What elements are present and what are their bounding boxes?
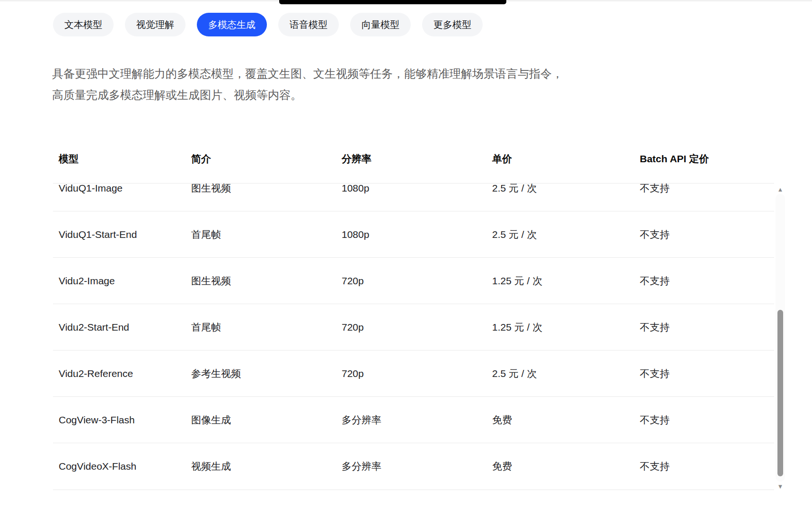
cell-model: CogView-3-Flash xyxy=(59,414,191,426)
cell-resolution: 多分辨率 xyxy=(342,460,492,473)
cell-price: 2.5 元 / 次 xyxy=(492,367,640,380)
pricing-table: 模型简介分辨率单价Batch API 定价 ViduQ1-Image图生视频10… xyxy=(53,134,774,490)
cell-batch: 不支持 xyxy=(640,184,774,195)
table-body: ViduQ1-Image图生视频1080p2.5 元 / 次不支持ViduQ1-… xyxy=(53,184,774,490)
cell-summary: 参考生视频 xyxy=(191,367,342,380)
cell-summary: 首尾帧 xyxy=(191,228,342,241)
scrollbar-thumb[interactable] xyxy=(777,310,783,476)
table-header-row: 模型简介分辨率单价Batch API 定价 xyxy=(53,134,774,184)
tab-vision-understanding[interactable]: 视觉理解 xyxy=(125,13,185,36)
scroll-up-arrow-icon[interactable]: ▲ xyxy=(775,186,786,193)
cell-batch: 不支持 xyxy=(640,321,774,334)
cell-price: 1.25 元 / 次 xyxy=(492,321,640,334)
model-category-tabs: 文本模型视觉理解多模态生成语音模型向量模型更多模型 xyxy=(53,13,483,36)
category-description: 具备更强中文理解能力的多模态模型，覆盖文生图、文生视频等任务，能够精准理解场景语… xyxy=(52,63,563,105)
cell-summary: 图生视频 xyxy=(191,274,342,288)
cell-model: Vidu2-Reference xyxy=(59,368,191,379)
cell-model: CogVideoX-Flash xyxy=(59,461,191,472)
tab-text-models[interactable]: 文本模型 xyxy=(53,13,114,36)
column-header: 分辨率 xyxy=(342,152,492,183)
cell-model: ViduQ1-Start-End xyxy=(59,229,191,240)
top-black-bar xyxy=(279,0,506,4)
cell-price: 免费 xyxy=(492,413,640,427)
column-header: Batch API 定价 xyxy=(640,152,774,183)
table-row: Vidu2-Reference参考生视频720p2.5 元 / 次不支持 xyxy=(53,350,774,397)
cell-batch: 不支持 xyxy=(640,367,774,380)
tab-speech-models[interactable]: 语音模型 xyxy=(278,13,339,36)
scrollbar[interactable]: ▲ ▼ xyxy=(775,185,786,490)
cell-resolution: 多分辨率 xyxy=(342,413,492,427)
column-header: 单价 xyxy=(492,152,640,183)
cell-summary: 首尾帧 xyxy=(191,321,342,334)
cell-resolution: 720p xyxy=(342,368,492,379)
cell-summary: 图生视频 xyxy=(191,184,342,195)
cell-price: 2.5 元 / 次 xyxy=(492,228,640,241)
column-header: 简介 xyxy=(191,152,342,183)
table-row: CogView-3-Flash图像生成多分辨率免费不支持 xyxy=(53,397,774,443)
column-header: 模型 xyxy=(59,152,191,183)
scroll-down-arrow-icon[interactable]: ▼ xyxy=(775,483,786,490)
cell-model: Vidu2-Start-End xyxy=(59,322,191,333)
description-line-1: 具备更强中文理解能力的多模态模型，覆盖文生图、文生视频等任务，能够精准理解场景语… xyxy=(52,63,563,84)
table-row: Vidu2-Start-End首尾帧720p1.25 元 / 次不支持 xyxy=(53,304,774,350)
cell-model: Vidu2-Image xyxy=(59,275,191,287)
cell-batch: 不支持 xyxy=(640,228,774,241)
tab-more-models[interactable]: 更多模型 xyxy=(422,13,483,36)
cell-batch: 不支持 xyxy=(640,274,774,288)
cell-price: 1.25 元 / 次 xyxy=(492,274,640,288)
cell-price: 免费 xyxy=(492,460,640,473)
cell-batch: 不支持 xyxy=(640,460,774,473)
cell-resolution: 720p xyxy=(342,275,492,287)
cell-batch: 不支持 xyxy=(640,413,774,427)
description-line-2: 高质量完成多模态理解或生成图片、视频等内容。 xyxy=(52,84,563,105)
pricing-page: 文本模型视觉理解多模态生成语音模型向量模型更多模型 具备更强中文理解能力的多模态… xyxy=(0,0,812,508)
tab-embedding-models[interactable]: 向量模型 xyxy=(350,13,411,36)
cell-resolution: 1080p xyxy=(342,229,492,240)
table-body-viewport: ViduQ1-Image图生视频1080p2.5 元 / 次不支持ViduQ1-… xyxy=(53,184,774,490)
table-row: Vidu2-Image图生视频720p1.25 元 / 次不支持 xyxy=(53,258,774,304)
cell-summary: 图像生成 xyxy=(191,413,342,427)
cell-price: 2.5 元 / 次 xyxy=(492,184,640,195)
table-row: CogVideoX-Flash视频生成多分辨率免费不支持 xyxy=(53,443,774,490)
cell-summary: 视频生成 xyxy=(191,460,342,473)
table-row: ViduQ1-Image图生视频1080p2.5 元 / 次不支持 xyxy=(53,184,774,211)
table-row: ViduQ1-Start-End首尾帧1080p2.5 元 / 次不支持 xyxy=(53,211,774,258)
cell-resolution: 720p xyxy=(342,322,492,333)
cell-model: ViduQ1-Image xyxy=(59,184,191,194)
tab-multimodal-generation[interactable]: 多模态生成 xyxy=(197,13,267,36)
cell-resolution: 1080p xyxy=(342,184,492,194)
